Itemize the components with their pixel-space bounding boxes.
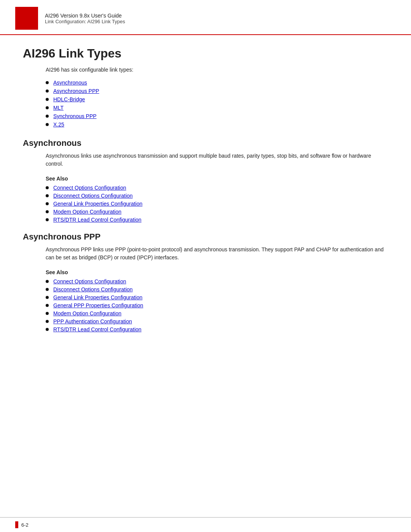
header-title: AI296 Version 9.8x User's Guide	[45, 13, 125, 19]
see-also-link-disconnect-options-async[interactable]: Disconnect Options Configuration	[53, 193, 133, 199]
see-also-link-modem-option-async[interactable]: Modem Option Configuration	[53, 209, 121, 215]
see-also-item: General Link Properties Configuration	[46, 201, 388, 207]
see-also-item: Modem Option Configuration	[46, 310, 388, 316]
see-also-item: PPP Authentication Configuration	[46, 318, 388, 324]
header-subtitle: Link Configuration: AI296 Link Types	[45, 19, 125, 24]
see-also-list-async: Connect Options Configuration Disconnect…	[46, 185, 388, 223]
see-also-item: General Link Properties Configuration	[46, 294, 388, 300]
toc-item-mlt: MLT	[46, 105, 388, 111]
toc-item-asynchronous-ppp: Asynchronous PPP	[46, 88, 388, 94]
bullet-icon	[46, 115, 49, 118]
page-title: AI296 Link Types	[23, 46, 388, 61]
bullet-icon	[46, 210, 49, 213]
toc-link-synchronous-ppp[interactable]: Synchronous PPP	[53, 113, 97, 119]
bullet-icon	[46, 194, 49, 197]
page-number-text: 6-2	[21, 522, 29, 528]
see-also-list-async-ppp: Connect Options Configuration Disconnect…	[46, 278, 388, 332]
see-also-item: RTS/DTR Lead Control Configuration	[46, 217, 388, 223]
section-heading-async-ppp: Asynchronous PPP	[23, 232, 388, 242]
footer-page-number: 6-2	[15, 521, 29, 528]
toc-item-asynchronous: Asynchronous	[46, 80, 388, 86]
see-also-link-general-ppp-props[interactable]: General PPP Properties Configuration	[53, 302, 143, 308]
see-also-link-connect-options-ppp[interactable]: Connect Options Configuration	[53, 278, 126, 284]
see-also-heading-async: See Also	[46, 176, 388, 182]
toc-link-mlt[interactable]: MLT	[53, 105, 64, 111]
bullet-icon	[46, 218, 49, 221]
header-logo	[15, 7, 38, 30]
see-also-link-modem-option-ppp[interactable]: Modem Option Configuration	[53, 310, 121, 316]
bullet-icon	[46, 312, 49, 315]
see-also-item: General PPP Properties Configuration	[46, 302, 388, 308]
bullet-icon	[46, 98, 49, 101]
toc-list: Asynchronous Asynchronous PPP HDLC-Bridg…	[46, 80, 388, 128]
main-content: AI296 Link Types AI296 has six configura…	[0, 35, 411, 517]
bullet-icon	[46, 89, 49, 93]
section-body-asynchronous: Asynchronous links use asynchronous tran…	[46, 152, 388, 168]
bullet-icon	[46, 106, 49, 109]
see-also-link-ppp-auth[interactable]: PPP Authentication Configuration	[53, 318, 132, 324]
footer-red-bar	[15, 521, 18, 528]
bullet-icon	[46, 280, 49, 283]
bullet-icon	[46, 328, 49, 331]
bullet-icon	[46, 81, 49, 84]
page-footer: 6-2	[0, 517, 411, 532]
toc-link-hdlc-bridge[interactable]: HDLC-Bridge	[53, 96, 85, 102]
see-also-link-general-link-props-async[interactable]: General Link Properties Configuration	[53, 201, 142, 207]
section-heading-asynchronous: Asynchronous	[23, 138, 388, 148]
see-also-item: Modem Option Configuration	[46, 209, 388, 215]
see-also-link-connect-options-async[interactable]: Connect Options Configuration	[53, 185, 126, 191]
see-also-item: RTS/DTR Lead Control Configuration	[46, 326, 388, 332]
see-also-link-rts-dtr-async[interactable]: RTS/DTR Lead Control Configuration	[53, 217, 142, 223]
toc-item-synchronous-ppp: Synchronous PPP	[46, 113, 388, 119]
toc-link-asynchronous-ppp[interactable]: Asynchronous PPP	[53, 88, 99, 94]
see-also-item: Connect Options Configuration	[46, 185, 388, 191]
see-also-item: Disconnect Options Configuration	[46, 193, 388, 199]
see-also-link-rts-dtr-ppp[interactable]: RTS/DTR Lead Control Configuration	[53, 326, 142, 332]
bullet-icon	[46, 304, 49, 307]
bullet-icon	[46, 202, 49, 205]
toc-link-asynchronous[interactable]: Asynchronous	[53, 80, 87, 86]
toc-link-x25[interactable]: X.25	[53, 121, 64, 128]
see-also-heading-async-ppp: See Also	[46, 269, 388, 275]
toc-item-x25: X.25	[46, 121, 388, 128]
section-body-async-ppp: Asynchronous PPP links use PPP (point-to…	[46, 246, 388, 262]
intro-text: AI296 has six configurable link types:	[46, 67, 388, 73]
bullet-icon	[46, 123, 49, 126]
bullet-icon	[46, 288, 49, 291]
see-also-link-general-link-props-ppp[interactable]: General Link Properties Configuration	[53, 294, 142, 300]
see-also-item: Connect Options Configuration	[46, 278, 388, 284]
page-header: AI296 Version 9.8x User's Guide Link Con…	[0, 0, 411, 35]
see-also-link-disconnect-options-ppp[interactable]: Disconnect Options Configuration	[53, 286, 133, 292]
page-wrapper: AI296 Version 9.8x User's Guide Link Con…	[0, 0, 411, 532]
toc-item-hdlc-bridge: HDLC-Bridge	[46, 96, 388, 102]
bullet-icon	[46, 186, 49, 189]
bullet-icon	[46, 320, 49, 323]
see-also-item: Disconnect Options Configuration	[46, 286, 388, 292]
header-text-block: AI296 Version 9.8x User's Guide Link Con…	[45, 7, 125, 30]
bullet-icon	[46, 296, 49, 299]
